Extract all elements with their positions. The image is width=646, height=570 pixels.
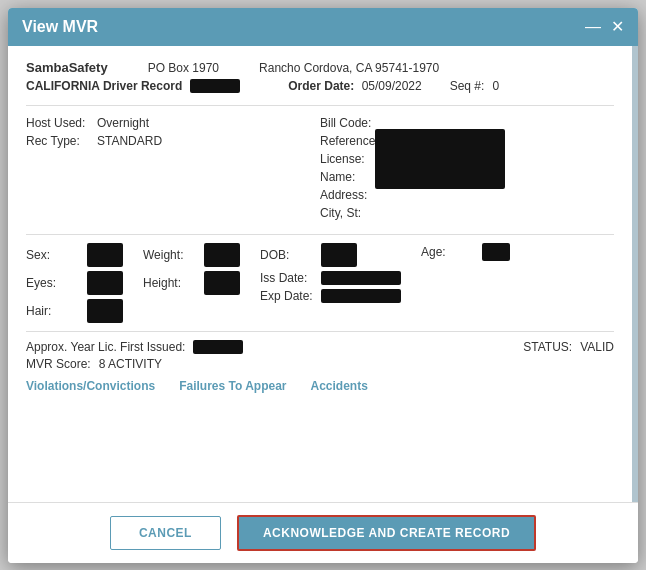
- info-section: Host Used: Overnight Rec Type: STANDARD …: [26, 116, 614, 224]
- status-row: STATUS: VALID: [523, 340, 614, 354]
- address-label: Address:: [320, 188, 385, 202]
- modal-title: View MVR: [22, 18, 98, 36]
- mvr-score-row: MVR Score: 8 ACTIVITY: [26, 357, 614, 371]
- height-row: Height:: [143, 271, 240, 295]
- exp-date-redacted: [321, 289, 401, 303]
- modal-header: View MVR — ✕: [8, 8, 638, 46]
- height-label: Height:: [143, 276, 198, 290]
- host-used-label: Host Used:: [26, 116, 91, 130]
- weight-redacted: [204, 243, 240, 267]
- po-box: PO Box 1970: [148, 61, 219, 75]
- record-row: CALIFORNIA Driver Record Order Date: 05/…: [26, 79, 614, 93]
- view-mvr-modal: View MVR — ✕ SambaSafety PO Box 1970 Ran…: [8, 8, 638, 563]
- iss-date-redacted: [321, 271, 401, 285]
- col-weight-height: Weight: Height:: [143, 243, 240, 295]
- license-redacted: [375, 129, 505, 189]
- company-row: SambaSafety PO Box 1970 Rancho Cordova, …: [26, 60, 614, 75]
- modal-body: SambaSafety PO Box 1970 Rancho Cordova, …: [8, 46, 638, 502]
- accidents-link[interactable]: Accidents: [311, 379, 368, 393]
- iss-date-label: Iss Date:: [260, 271, 315, 285]
- age-label: Age:: [421, 245, 476, 259]
- failures-link[interactable]: Failures To Appear: [179, 379, 286, 393]
- section-divider-2: [26, 331, 614, 332]
- sex-label: Sex:: [26, 248, 81, 262]
- order-date-label: Order Date: 05/09/2022: [288, 79, 421, 93]
- hair-redacted: [87, 299, 123, 323]
- dob-redacted: [321, 243, 357, 267]
- company-section: SambaSafety PO Box 1970 Rancho Cordova, …: [26, 60, 614, 106]
- mvr-score-label: MVR Score:: [26, 357, 91, 371]
- rec-type-row: Rec Type: STANDARD: [26, 134, 320, 148]
- eyes-row: Eyes:: [26, 271, 123, 295]
- hair-row: Hair:: [26, 299, 123, 323]
- sex-redacted: [87, 243, 123, 267]
- city-st-row: City, St:: [320, 206, 614, 220]
- hair-label: Hair:: [26, 304, 81, 318]
- status-value: VALID: [580, 340, 614, 354]
- host-used-row: Host Used: Overnight: [26, 116, 320, 130]
- info-left: Host Used: Overnight Rec Type: STANDARD: [26, 116, 320, 224]
- col-sex-eyes-hair: Sex: Eyes: Hair:: [26, 243, 123, 323]
- rec-type-value: STANDARD: [97, 134, 162, 148]
- minimize-icon[interactable]: —: [585, 19, 601, 35]
- exp-date-row: Exp Date:: [260, 289, 401, 303]
- summary-section: Approx. Year Lic. First Issued: STATUS: …: [26, 340, 614, 371]
- seq-value: 0: [492, 79, 499, 93]
- seq-label: Seq #:: [450, 79, 485, 93]
- company-address: Rancho Cordova, CA 95741-1970: [259, 61, 439, 75]
- col-age: Age:: [421, 243, 510, 261]
- license-row: License:: [320, 152, 614, 166]
- approx-year-redacted: [193, 340, 243, 354]
- section-divider-1: [26, 234, 614, 235]
- exp-date-label: Exp Date:: [260, 289, 315, 303]
- bill-code-row: Bill Code:: [320, 116, 614, 130]
- info-right: Bill Code: Reference: License: Name: Add…: [320, 116, 614, 224]
- sex-row: Sex:: [26, 243, 123, 267]
- weight-row: Weight:: [143, 243, 240, 267]
- approx-year-label: Approx. Year Lic. First Issued:: [26, 340, 185, 354]
- summary-row-1: Approx. Year Lic. First Issued: STATUS: …: [26, 340, 614, 357]
- eyes-label: Eyes:: [26, 276, 81, 290]
- weight-label: Weight:: [143, 248, 198, 262]
- physical-section: Sex: Eyes: Hair: Weight:: [26, 243, 614, 323]
- order-date-value: 05/09/2022: [362, 79, 422, 93]
- record-label: CALIFORNIA Driver Record: [26, 79, 182, 93]
- acknowledge-button[interactable]: ACKNOWLEDGE AND CREATE RECORD: [237, 515, 536, 551]
- host-used-value: Overnight: [97, 116, 149, 130]
- dob-label: DOB:: [260, 248, 315, 262]
- cancel-button[interactable]: CANCEL: [110, 516, 221, 550]
- eyes-redacted: [87, 271, 123, 295]
- col-dob-dates: DOB: Iss Date: Exp Date:: [260, 243, 401, 303]
- violations-row: Violations/Convictions Failures To Appea…: [26, 379, 614, 393]
- mvr-score-value: 8 ACTIVITY: [99, 357, 162, 371]
- age-redacted: [482, 243, 510, 261]
- close-icon[interactable]: ✕: [611, 19, 624, 35]
- city-st-label: City, St:: [320, 206, 385, 220]
- modal-header-icons: — ✕: [585, 19, 624, 35]
- iss-date-row: Iss Date:: [260, 271, 401, 285]
- height-redacted: [204, 271, 240, 295]
- violations-link[interactable]: Violations/Convictions: [26, 379, 155, 393]
- rec-type-label: Rec Type:: [26, 134, 91, 148]
- address-row: Address:: [320, 188, 614, 202]
- status-label: STATUS:: [523, 340, 572, 354]
- company-name: SambaSafety: [26, 60, 108, 75]
- modal-footer: CANCEL ACKNOWLEDGE AND CREATE RECORD: [8, 502, 638, 563]
- approx-year-row: Approx. Year Lic. First Issued:: [26, 340, 243, 354]
- record-redacted: [190, 79, 240, 93]
- dob-row: DOB:: [260, 243, 401, 267]
- age-row: Age:: [421, 243, 510, 261]
- bill-code-label: Bill Code:: [320, 116, 385, 130]
